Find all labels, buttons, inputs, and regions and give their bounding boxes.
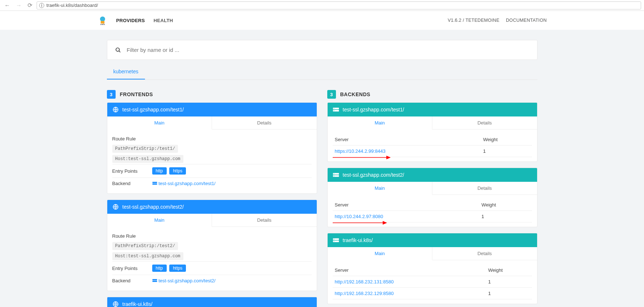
svg-rect-6 [152, 182, 157, 183]
svg-marker-17 [386, 156, 391, 159]
route-rule: PathPrefixStrip:/test1/ [112, 145, 178, 153]
backend-title: traefik-ui.k8s/ [343, 237, 373, 243]
col-server: Server [333, 134, 481, 146]
col-server: Server [333, 265, 486, 276]
provider-tab-kubernetes[interactable]: kubernetes [107, 64, 145, 79]
entry-point-pill: https [169, 265, 186, 272]
backend-card: traefik-ui.k8s/ Main Details ServerWeigh… [327, 233, 537, 304]
svg-point-21 [334, 176, 335, 176]
backends-count-badge: 3 [327, 90, 336, 99]
svg-rect-9 [152, 279, 157, 281]
tab-main[interactable]: Main [328, 247, 433, 260]
entry-points-label: Entry Points [112, 168, 152, 174]
top-nav: træfik PROVIDERS HEALTH V1.6.2 / TETEDEM… [90, 11, 554, 30]
globe-icon [112, 204, 119, 210]
entry-point-pill: https [169, 167, 186, 175]
backend-card: test-ssl.gzshapp.com/test2/ Main Details… [327, 168, 537, 227]
backend-label: Backend [112, 278, 152, 283]
tab-details[interactable]: Details [432, 247, 537, 260]
svg-point-20 [334, 173, 335, 174]
svg-point-3 [116, 48, 119, 51]
frontend-card: test-ssl.gzshapp.com/test2/ Main Details… [107, 200, 317, 291]
frontends-count-badge: 3 [107, 90, 116, 99]
address-bar[interactable]: i traefik-ui.k8s/dashboard/ [37, 1, 641, 9]
tab-details[interactable]: Details [212, 116, 317, 130]
provider-tabs: kubernetes [107, 64, 537, 80]
backend-link[interactable]: test-ssl.gzshapp.com/test1/ [152, 181, 216, 186]
svg-point-26 [334, 239, 335, 240]
route-rule: Host:test-ssl.gzshapp.com [112, 155, 183, 163]
tab-details[interactable]: Details [212, 214, 317, 227]
backend-title: test-ssl.gzshapp.com/test2/ [343, 172, 404, 178]
col-weight: Weight [479, 199, 532, 211]
forward-button[interactable]: → [14, 1, 23, 9]
back-button[interactable]: ← [3, 1, 12, 9]
svg-rect-7 [152, 184, 157, 185]
entry-point-pill: http [152, 265, 167, 272]
col-weight: Weight [481, 134, 532, 146]
entry-points-label: Entry Points [112, 266, 152, 271]
frontends-column: 3 FRONTENDS test-ssl.gzshapp.com/test1/ … [107, 90, 317, 307]
globe-icon [112, 106, 119, 113]
server-weight: 1 [479, 211, 532, 222]
backend-title: test-ssl.gzshapp.com/test1/ [343, 107, 404, 112]
server-url[interactable]: http://192.168.232.131:8580 [333, 276, 486, 288]
nav-health[interactable]: HEALTH [154, 18, 173, 23]
svg-point-14 [334, 108, 335, 109]
server-icon [152, 279, 157, 282]
tab-main[interactable]: Main [328, 182, 433, 195]
traefik-logo: træfik [97, 15, 108, 25]
server-icon [333, 237, 339, 243]
frontends-title: FRONTENDS [120, 91, 153, 97]
nav-documentation[interactable]: DOCUMENTATION [506, 18, 547, 23]
backend-card: test-ssl.gzshapp.com/test1/ Main Details… [327, 102, 537, 162]
tab-main[interactable]: Main [107, 116, 212, 130]
frontend-card: test-ssl.gzshapp.com/test1/ Main Details… [107, 102, 317, 194]
browser-toolbar: ← → ⟳ i traefik-ui.k8s/dashboard/ [0, 0, 644, 11]
tab-main[interactable]: Main [107, 214, 212, 227]
entry-point-pill: http [152, 167, 167, 175]
svg-rect-10 [152, 281, 157, 282]
filter-card [107, 40, 537, 60]
server-url[interactable]: http://192.168.232.129:8580 [333, 288, 486, 299]
version-label: V1.6.2 / TETEDEMOINE [448, 18, 499, 23]
nav-providers[interactable]: PROVIDERS [116, 18, 145, 23]
reload-button[interactable]: ⟳ [26, 1, 34, 9]
site-info-icon: i [39, 3, 44, 8]
route-rule: PathPrefixStrip:/test2/ [112, 242, 178, 250]
svg-point-0 [100, 17, 105, 22]
frontend-title: test-ssl.gzshapp.com/test1/ [122, 107, 184, 112]
frontend-title: traefik-ui.k8s/ [122, 301, 153, 307]
globe-icon [112, 301, 119, 307]
backends-title: BACKENDS [340, 91, 370, 97]
tab-main[interactable]: Main [328, 116, 433, 130]
col-server: Server [333, 199, 479, 211]
backend-link[interactable]: test-ssl.gzshapp.com/test2/ [152, 278, 216, 283]
route-rule: Host:test-ssl.gzshapp.com [112, 252, 183, 260]
url-text: traefik-ui.k8s/dashboard/ [46, 3, 98, 8]
server-weight: 1 [486, 276, 532, 288]
frontend-card: traefik-ui.k8s/ [107, 297, 317, 307]
svg-line-4 [119, 51, 120, 52]
tab-details[interactable]: Details [432, 116, 537, 130]
server-icon [333, 106, 339, 113]
search-icon [115, 47, 121, 53]
backend-label: Backend [112, 181, 152, 186]
server-icon [333, 172, 339, 178]
backends-column: 3 BACKENDS test-ssl.gzshapp.com/test1/ M… [327, 90, 537, 307]
filter-input[interactable] [127, 47, 529, 53]
tab-details[interactable]: Details [432, 182, 537, 195]
server-weight: 1 [481, 146, 532, 157]
frontend-title: test-ssl.gzshapp.com/test2/ [122, 204, 184, 210]
server-weight: 1 [486, 288, 532, 299]
svg-marker-23 [383, 221, 387, 225]
route-rule-label: Route Rule [112, 233, 312, 239]
svg-point-15 [334, 110, 335, 111]
svg-point-27 [334, 241, 335, 242]
svg-text:træfik: træfik [100, 23, 105, 25]
route-rule-label: Route Rule [112, 136, 312, 142]
server-icon [152, 181, 157, 185]
col-weight: Weight [486, 265, 532, 276]
